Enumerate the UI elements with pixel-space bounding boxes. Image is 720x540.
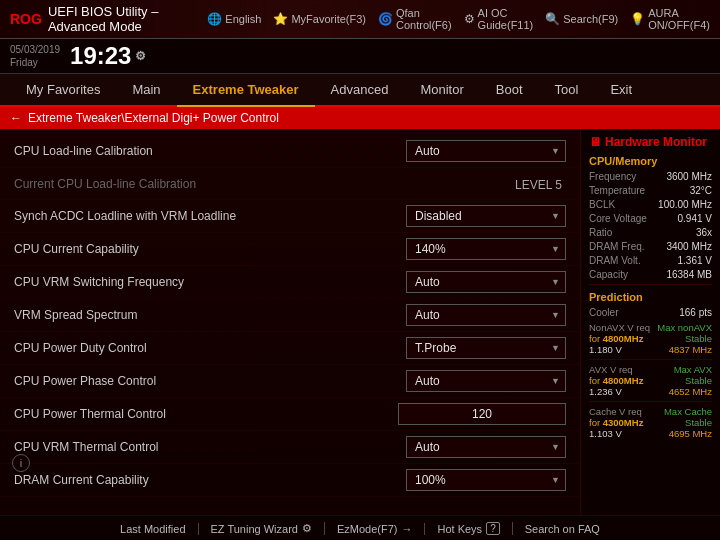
toolbar-myfavorites[interactable]: ⭐ MyFavorite(F3) [273, 12, 366, 26]
nav-boot[interactable]: Boot [480, 74, 539, 105]
aioc-icon: ⚙ [464, 12, 475, 26]
footer-hot-keys-label: Hot Keys [437, 523, 482, 535]
setting-label-cpu-loadline: CPU Load-line Calibration [14, 144, 386, 158]
setting-value-vrm-spread: Auto [386, 304, 566, 326]
stat-label-frequency: Frequency [589, 171, 636, 182]
toolbar-aura[interactable]: 💡 AURA ON/OFF(F4) [630, 7, 710, 31]
toolbar-search[interactable]: 🔍 Search(F9) [545, 12, 618, 26]
ez-tuning-icon: ⚙ [302, 522, 312, 535]
select-cpu-loadline[interactable]: Auto [406, 140, 566, 162]
pred-cache: Cache V req Max Cache for 4300MHz Stable… [589, 406, 712, 439]
nav-advanced[interactable]: Advanced [315, 74, 405, 105]
stat-label-cooler: Cooler [589, 307, 618, 318]
stat-label-dram-volt: DRAM Volt. [589, 255, 641, 266]
footer-last-modified[interactable]: Last Modified [108, 523, 198, 535]
footer-hot-keys[interactable]: Hot Keys ? [425, 522, 512, 535]
setting-cpu-vrm-thermal: CPU VRM Thermal Control Auto [0, 431, 580, 464]
monitor-title: 🖥 Hardware Monitor [589, 135, 712, 149]
footer-last-modified-label: Last Modified [120, 523, 185, 535]
nav-monitor[interactable]: Monitor [404, 74, 479, 105]
pred-stable2-nonavx: Stable [685, 333, 712, 344]
nav-exit[interactable]: Exit [594, 74, 648, 105]
toolbar: 🌐 English ⭐ MyFavorite(F3) 🌀 Qfan Contro… [207, 7, 710, 31]
stat-value-frequency: 3600 MHz [666, 171, 712, 182]
nav-main[interactable]: Main [116, 74, 176, 105]
footer-search-faq-label: Search on FAQ [525, 523, 600, 535]
stat-frequency: Frequency 3600 MHz [589, 171, 712, 182]
info-icon[interactable]: i [12, 454, 30, 472]
time-settings-icon[interactable]: ⚙ [135, 49, 146, 63]
back-arrow-icon[interactable]: ← [10, 111, 22, 125]
setting-cpu-power-duty: CPU Power Duty Control T.Probe [0, 332, 580, 365]
toolbar-qfan[interactable]: 🌀 Qfan Control(F6) [378, 7, 452, 31]
setting-label-current-loadline: Current CPU Load-line Calibration [14, 177, 386, 191]
stat-label-ratio: Ratio [589, 227, 612, 238]
qfan-label: Qfan Control(F6) [396, 7, 452, 31]
stat-core-voltage: Core Voltage 0.941 V [589, 213, 712, 224]
pred-stable2-cache: Stable [685, 417, 712, 428]
aura-label: AURA ON/OFF(F4) [648, 7, 710, 31]
prediction-header: Prediction [589, 291, 712, 303]
pred-stable-nonavx: Max nonAVX [657, 322, 712, 333]
setting-value-cpu-power-duty: T.Probe [386, 337, 566, 359]
select-cpu-power-duty[interactable]: T.Probe [406, 337, 566, 359]
qfan-icon: 🌀 [378, 12, 393, 26]
footer-ezmode-label: EzMode(F7) [337, 523, 398, 535]
footer-search-faq[interactable]: Search on FAQ [513, 523, 612, 535]
stat-value-temperature: 32°C [690, 185, 712, 196]
footer-ezmode[interactable]: EzMode(F7) → [325, 523, 426, 535]
setting-cpu-vrm-switch: CPU VRM Switching Frequency Auto [0, 266, 580, 299]
footer: Last Modified EZ Tuning Wizard ⚙ EzMode(… [0, 515, 720, 540]
hot-keys-badge: ? [486, 522, 500, 535]
select-wrapper-cpu-vrm-switch: Auto [406, 271, 566, 293]
stat-value-dram-freq: 3400 MHz [666, 241, 712, 252]
content-area: CPU Load-line Calibration Auto Current C… [0, 129, 720, 515]
stat-label-capacity: Capacity [589, 269, 628, 280]
select-cpu-current-cap[interactable]: 140% [406, 238, 566, 260]
footer-ez-tuning-label: EZ Tuning Wizard [211, 523, 298, 535]
static-value-current-loadline: LEVEL 5 [515, 178, 566, 192]
nav-tool[interactable]: Tool [539, 74, 595, 105]
aioc-label: AI OC Guide(F11) [478, 7, 534, 31]
pred-stable2-avx: Stable [685, 375, 712, 386]
time-display: 19:23 ⚙ [70, 42, 146, 70]
setting-label-dram-current-cap: DRAM Current Capability [14, 473, 386, 487]
setting-label-cpu-power-thermal: CPU Power Thermal Control [14, 407, 386, 421]
toolbar-language[interactable]: 🌐 English [207, 12, 261, 26]
stat-ratio: Ratio 36x [589, 227, 712, 238]
settings-panel: CPU Load-line Calibration Auto Current C… [0, 129, 580, 515]
stat-dram-freq: DRAM Freq. 3400 MHz [589, 241, 712, 252]
select-vrm-spread[interactable]: Auto [406, 304, 566, 326]
prediction-rows: NonAVX V req Max nonAVX for 4800MHz Stab… [589, 322, 712, 439]
pred-val-cache: 1.103 V [589, 428, 622, 439]
datetime-bar: 05/03/2019 Friday 19:23 ⚙ [0, 39, 720, 74]
select-synch-acdc[interactable]: Disabled [406, 205, 566, 227]
toolbar-aioc[interactable]: ⚙ AI OC Guide(F11) [464, 7, 534, 31]
select-cpu-vrm-thermal[interactable]: Auto [406, 436, 566, 458]
stat-value-ratio: 36x [696, 227, 712, 238]
input-cpu-power-thermal[interactable] [398, 403, 566, 425]
breadcrumb-bar: ← Extreme Tweaker\External Digi+ Power C… [0, 107, 720, 129]
favorites-icon: ⭐ [273, 12, 288, 26]
select-wrapper-vrm-spread: Auto [406, 304, 566, 326]
select-cpu-vrm-switch[interactable]: Auto [406, 271, 566, 293]
nav-extreme[interactable]: Extreme Tweaker [177, 74, 315, 107]
setting-cpu-power-thermal: CPU Power Thermal Control [0, 398, 580, 431]
app-title: UEFI BIOS Utility – Advanced Mode [48, 4, 207, 34]
hardware-monitor-panel: 🖥 Hardware Monitor CPU/Memory Frequency … [580, 129, 720, 515]
ezmode-arrow-icon: → [401, 523, 412, 535]
main-nav: My Favorites Main Extreme Tweaker Advanc… [0, 74, 720, 107]
nav-favorites[interactable]: My Favorites [10, 74, 116, 105]
select-cpu-power-phase[interactable]: Auto [406, 370, 566, 392]
setting-value-current-loadline: LEVEL 5 [386, 175, 566, 193]
footer-ez-tuning[interactable]: EZ Tuning Wizard ⚙ [199, 522, 325, 535]
select-wrapper-synch-acdc: Disabled [406, 205, 566, 227]
aura-icon: 💡 [630, 12, 645, 26]
monitor-title-text: Hardware Monitor [605, 135, 707, 149]
select-dram-current-cap[interactable]: 100% [406, 469, 566, 491]
setting-label-cpu-power-duty: CPU Power Duty Control [14, 341, 386, 355]
title-bar: ROG UEFI BIOS Utility – Advanced Mode 🌐 … [0, 0, 720, 39]
setting-cpu-current-cap: CPU Current Capability 140% [0, 233, 580, 266]
setting-value-cpu-loadline: Auto [386, 140, 566, 162]
stat-value-bclk: 100.00 MHz [658, 199, 712, 210]
